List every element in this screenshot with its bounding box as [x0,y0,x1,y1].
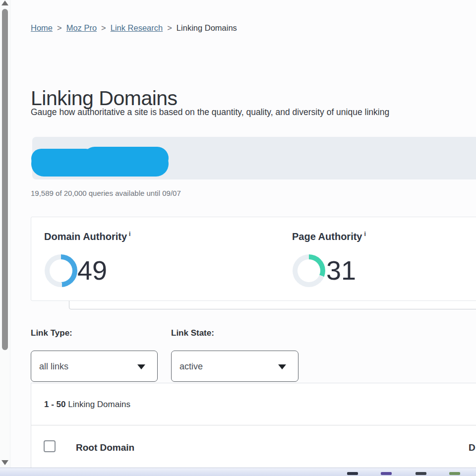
page-authority-label-text: Page Authority [292,231,362,242]
chevron-down-icon [278,364,286,369]
taskbar-edge [0,468,476,476]
link-type-selected-value: all links [39,361,68,371]
select-all-checkbox[interactable] [44,440,56,452]
redaction-blob [83,147,169,170]
taskbar-icon[interactable] [347,472,358,475]
page-authority-label: Page Authorityi [292,231,366,242]
breadcrumb-separator: > [101,23,106,33]
taskbar-icon[interactable] [381,472,392,475]
query-quota-status: 19,589 of 20,000 queries available until… [31,189,181,197]
authority-metrics-card: Domain Authorityi 49 Page Authorityi 31 [31,217,476,301]
taskbar-icon[interactable] [449,472,460,475]
redaction-blob [31,149,96,169]
page-authority-value: 31 [326,253,356,288]
chevron-down-icon [137,364,145,369]
breadcrumb-current: Linking Domains [177,23,237,33]
domain-authority-gauge [45,254,77,287]
breadcrumb-link-home[interactable]: Home [31,23,53,33]
divider [31,425,476,425]
page-subtitle: Gauge how authoritative a site is based … [31,107,389,118]
link-state-label: Link State: [171,328,214,338]
info-icon[interactable]: i [364,231,366,238]
scrollbar-up-icon[interactable] [1,0,8,5]
breadcrumb-link-link-research[interactable]: Link Research [111,23,163,33]
link-type-label: Link Type: [31,328,72,338]
scrollbar-thumb[interactable] [2,9,8,350]
linking-domains-table: 1 - 50 Linking Domains Root Domain D [31,383,476,468]
link-state-dropdown[interactable]: active [171,351,298,382]
domain-authority-label-text: Domain Authority [44,231,127,242]
breadcrumb: Home > Moz Pro > Link Research > Linking… [31,23,237,33]
column-header-domain-authority-truncated: D [469,442,476,453]
taskbar-icon[interactable] [416,472,426,475]
column-header-root-domain: Root Domain [76,442,134,453]
link-state-selected-value: active [179,361,203,371]
breadcrumb-separator: > [57,23,62,33]
page-authority-gauge [293,254,325,287]
scrollbar-track[interactable] [0,0,10,468]
domain-authority-value: 49 [77,253,107,288]
scrollbar-down-icon[interactable] [1,460,8,465]
link-type-dropdown[interactable]: all links [31,351,158,382]
breadcrumb-separator: > [167,23,172,33]
breadcrumb-link-moz-pro[interactable]: Moz Pro [66,23,97,33]
results-range: 1 - 50 Linking Domains [44,400,130,410]
results-range-label: Linking Domains [65,400,130,409]
info-icon[interactable]: i [129,231,130,238]
results-range-numbers: 1 - 50 [44,400,65,409]
domain-authority-label: Domain Authorityi [44,231,130,242]
